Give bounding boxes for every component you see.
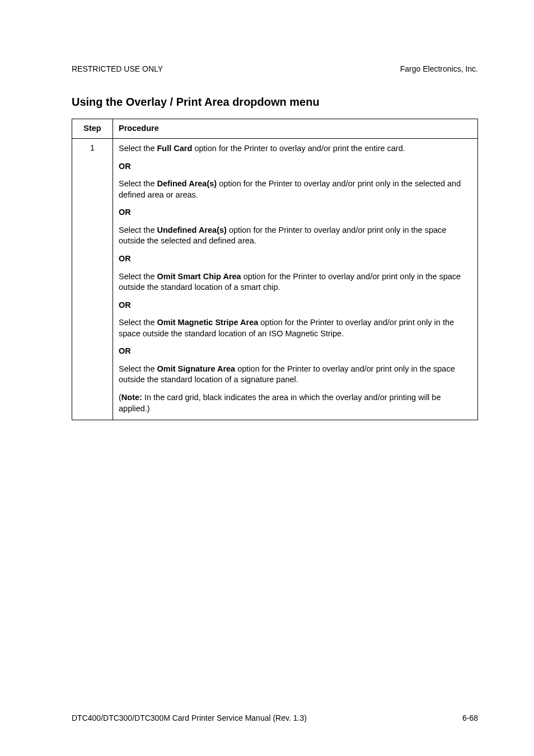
text-run: Select the xyxy=(119,144,157,153)
option-undefined-areas: Undefined Area(s) xyxy=(157,226,227,234)
or-separator: OR xyxy=(119,207,472,218)
procedure-paragraph: Select the Defined Area(s) option for th… xyxy=(119,179,472,200)
option-omit-smart-chip: Omit Smart Chip Area xyxy=(157,272,241,281)
document-page: RESTRICTED USE ONLY Fargo Electronics, I… xyxy=(0,0,534,756)
procedure-note: (Note: In the card grid, black indicates… xyxy=(119,392,472,414)
page-footer: DTC400/DTC300/DTC300M Card Printer Servi… xyxy=(72,713,478,722)
note-label: Note: xyxy=(121,393,142,402)
col-header-procedure: Procedure xyxy=(113,119,478,139)
header-right: Fargo Electronics, Inc. xyxy=(400,64,478,73)
table-row: 1 Select the Full Card option for the Pr… xyxy=(72,139,478,420)
text-run: Select the xyxy=(119,272,157,281)
text-run: In the card grid, black indicates the ar… xyxy=(119,393,441,413)
section-title: Using the Overlay / Print Area dropdown … xyxy=(72,96,478,109)
step-number-cell: 1 xyxy=(72,139,113,420)
procedure-paragraph: Select the Full Card option for the Prin… xyxy=(119,143,472,154)
or-separator: OR xyxy=(119,161,472,172)
procedure-cell: Select the Full Card option for the Prin… xyxy=(113,139,478,420)
procedure-paragraph: Select the Omit Magnetic Stripe Area opt… xyxy=(119,317,472,339)
or-separator: OR xyxy=(119,253,472,265)
page-header: RESTRICTED USE ONLY Fargo Electronics, I… xyxy=(72,64,478,73)
option-defined-areas: Defined Area(s) xyxy=(157,179,217,188)
option-full-card: Full Card xyxy=(157,144,193,153)
procedure-table: Step Procedure 1 Select the Full Card op… xyxy=(72,119,478,420)
footer-left: DTC400/DTC300/DTC300M Card Printer Servi… xyxy=(72,713,307,722)
text-run: Select the xyxy=(119,226,157,234)
text-run: Select the xyxy=(119,179,157,188)
or-separator: OR xyxy=(119,300,472,311)
footer-right: 6-68 xyxy=(462,713,478,722)
procedure-paragraph: Select the Undefined Area(s) option for … xyxy=(119,225,472,247)
text-run: Select the xyxy=(119,364,157,373)
procedure-paragraph: Select the Omit Smart Chip Area option f… xyxy=(119,271,472,293)
procedure-paragraph: Select the Omit Signature Area option fo… xyxy=(119,364,472,386)
or-separator: OR xyxy=(119,346,472,357)
option-omit-magnetic-stripe: Omit Magnetic Stripe Area xyxy=(157,318,259,327)
table-header-row: Step Procedure xyxy=(72,119,478,139)
col-header-step: Step xyxy=(72,119,113,139)
header-left: RESTRICTED USE ONLY xyxy=(72,64,163,73)
text-run: option for the Printer to overlay and/or… xyxy=(192,144,405,153)
option-omit-signature: Omit Signature Area xyxy=(157,364,236,373)
text-run: Select the xyxy=(119,318,157,327)
